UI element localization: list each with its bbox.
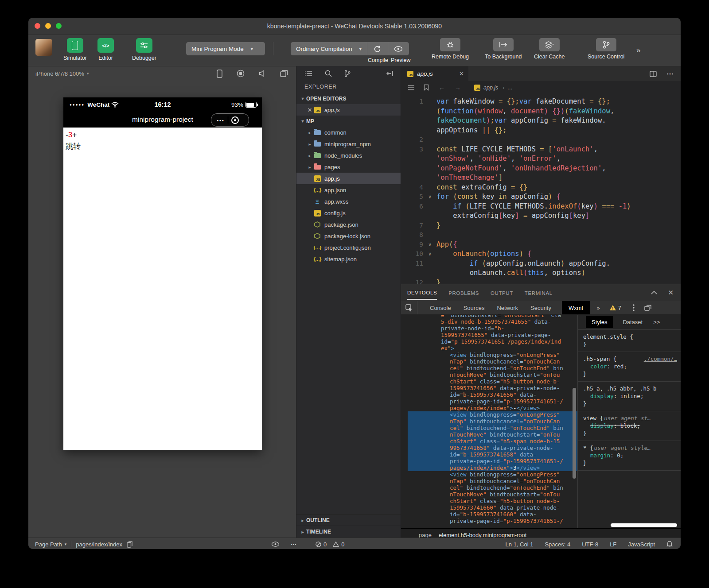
warning-badge[interactable]: ! 7 [610, 305, 621, 311]
tree-item-project-config-json[interactable]: {…}project.config.json [296, 242, 401, 253]
mode-dropdown[interactable]: Mini Program Mode ▾ [186, 42, 265, 55]
inspector-tab-wxml[interactable]: Wxml [562, 301, 590, 314]
cursor-position[interactable]: Ln 1, Col 1 [506, 541, 534, 548]
root-folder-section[interactable]: ▾MP [296, 116, 401, 127]
more-menu-button[interactable]: ●●● [217, 119, 224, 122]
fold-icon[interactable]: ∨ [423, 249, 436, 259]
user-avatar[interactable] [35, 39, 52, 56]
debugger-button[interactable]: Debugger [132, 38, 156, 61]
tree-item-config-js[interactable]: JSconfig.js [296, 207, 401, 219]
encoding[interactable]: UTF-8 [582, 541, 598, 548]
styles-tab-dataset[interactable]: Dataset [623, 316, 643, 328]
preview-eye-icon[interactable] [271, 542, 280, 547]
toolbar-overflow-button[interactable]: » [636, 46, 639, 55]
nav-back-icon[interactable]: ← [439, 84, 445, 91]
language-mode[interactable]: JavaScript [628, 541, 655, 548]
wxml-node[interactable]: <view bindlongpress="onLongPress"nTap" b… [408, 352, 577, 411]
tree-item-pages[interactable]: ▸pages [296, 161, 401, 173]
open-editor-item[interactable]: ✕JSapp.js [296, 104, 401, 116]
breadcrumb-more[interactable]: … [507, 85, 513, 91]
css-rule[interactable]: view {user agent st…display: block;} [578, 411, 681, 441]
page-path-dropdown[interactable]: Page Path ▾ [35, 541, 66, 548]
tree-item-node-modules[interactable]: ▸node_modules [296, 150, 401, 161]
outline-list-icon[interactable] [408, 85, 415, 90]
breadcrumb-file[interactable]: app.js [483, 85, 498, 91]
float-window-icon[interactable] [280, 70, 288, 77]
eol[interactable]: LF [610, 541, 616, 548]
tree-item-common[interactable]: ▸common [296, 127, 401, 138]
tree-item-app-wxss[interactable]: Ξapp.wxss [296, 196, 401, 207]
css-rule[interactable]: .h5-span {./common/…color: red;} [578, 352, 681, 382]
notifications-bell-icon[interactable] [666, 541, 673, 548]
tab-app-js[interactable]: JS app.js ✕ [401, 66, 468, 81]
remote-debug-button[interactable]: Remote Debug [432, 38, 469, 60]
compilation-dropdown[interactable]: Ordinary Compilation ▾ [291, 42, 367, 55]
wxml-node-selected[interactable]: <view bindlongpress="onLongPress"nTap" b… [408, 411, 577, 471]
devtools-tab-output[interactable]: OUTPUT [491, 286, 513, 299]
styles-tab-styles[interactable]: Styles [586, 316, 613, 328]
wxml-tree[interactable]: e" bindtouchstart="onTouchStart" cla5-di… [401, 315, 577, 528]
open-editors-list-icon[interactable] [304, 70, 312, 77]
tree-item-app-js[interactable]: JSapp.js [296, 173, 401, 184]
plus-button[interactable]: + [72, 131, 77, 139]
close-panel-icon[interactable]: ✕ [668, 289, 674, 297]
copy-path-icon[interactable] [127, 541, 132, 548]
problems-indicator[interactable]: 0 0 [316, 541, 344, 548]
inspector-tab-sources[interactable]: Sources [464, 301, 485, 314]
tabs-overflow-icon[interactable]: » [597, 305, 600, 311]
timeline-section[interactable]: ▸TIMELINE [296, 526, 401, 538]
jump-link[interactable]: 跳转 [66, 141, 262, 152]
device-selector[interactable]: iPhone 6/7/8 100% ▾ [35, 70, 89, 77]
tree-item-package-json[interactable]: package.json [296, 219, 401, 230]
inspect-element-icon[interactable] [405, 304, 413, 312]
wxml-node[interactable]: e" bindtouchstart="onTouchStart" cla5-di… [408, 315, 577, 352]
close-miniprogram-button[interactable] [231, 116, 239, 124]
tree-item-sitemap-json[interactable]: {…}sitemap.json [296, 253, 401, 265]
tree-item-app-json[interactable]: {…}app.json [296, 184, 401, 196]
close-file-icon[interactable]: ✕ [306, 107, 313, 113]
inspector-tab-network[interactable]: Network [497, 301, 518, 314]
fold-icon[interactable]: ∨ [423, 240, 436, 250]
tree-item-package-lock-json[interactable]: package-lock.json [296, 230, 401, 242]
code-editor[interactable]: 1var fakeWindow = {};var fakeDocument = … [401, 94, 681, 284]
stylesheet-link[interactable]: ./common/… [644, 355, 677, 363]
git-branch-icon[interactable] [344, 70, 351, 77]
bookmark-icon[interactable] [424, 84, 429, 91]
editor-button[interactable]: </> Editor [97, 38, 114, 61]
clear-cache-button[interactable]: Clear Cache [534, 38, 565, 60]
search-icon[interactable] [325, 70, 332, 77]
fold-icon[interactable]: ∨ [423, 192, 436, 202]
collapse-sidebar-icon[interactable] [386, 70, 393, 77]
simulator-button[interactable]: Simulator [63, 38, 87, 61]
collapse-panel-icon[interactable] [651, 291, 657, 294]
devtools-tab-problems[interactable]: PROBLEMS [448, 286, 479, 299]
devtools-tab-devtools[interactable]: DEVTOOLS [407, 286, 437, 300]
styles-tabs-overflow[interactable]: >> [653, 319, 660, 325]
inspector-tab-security[interactable]: Security [530, 301, 551, 314]
mute-icon[interactable] [259, 70, 266, 77]
to-background-button[interactable]: To Background [485, 38, 522, 60]
inspector-tab-console[interactable]: Console [430, 301, 451, 314]
close-tab-icon[interactable]: ✕ [459, 70, 464, 77]
kebab-menu-icon[interactable] [633, 304, 635, 311]
devtools-tab-terminal[interactable]: TERMINAL [525, 286, 553, 299]
tree-item-miniprogram-npm[interactable]: ▸miniprogram_npm [296, 138, 401, 150]
outline-section[interactable]: ▸OUTLINE [296, 514, 401, 526]
editor-more-icon[interactable]: ⋯ [666, 70, 674, 78]
nav-forward-icon[interactable]: → [455, 84, 461, 91]
styles-horizontal-scrollbar[interactable] [611, 523, 677, 527]
compile-button[interactable] [367, 42, 388, 55]
wxml-vertical-scrollbar[interactable] [573, 388, 576, 479]
css-rule[interactable]: .h5-a, .h5-abbr, .h5-bdisplay: inline;} [578, 382, 681, 411]
css-rule[interactable]: * {user agent style…margin: 0;} [578, 441, 681, 471]
wxml-node[interactable]: <view bindlongpress="onLongPress"nTap" b… [408, 471, 577, 524]
statusbar-more-icon[interactable]: ⋯ [291, 541, 297, 548]
split-editor-icon[interactable] [650, 71, 657, 77]
indentation[interactable]: Spaces: 4 [545, 541, 570, 548]
stop-icon[interactable] [237, 70, 245, 77]
source-control-button[interactable]: Source Control [588, 38, 624, 60]
device-frame-icon[interactable] [217, 70, 222, 78]
undock-icon[interactable] [644, 305, 651, 311]
css-rule[interactable]: element.style {} [578, 330, 681, 352]
open-editors-section[interactable]: ▾OPEN EDITORS [296, 93, 401, 104]
